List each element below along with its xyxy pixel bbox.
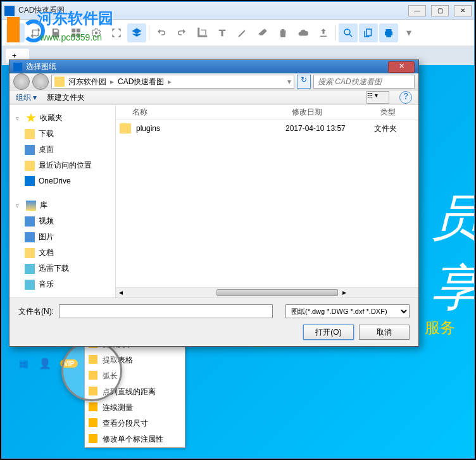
dialog-titlebar: 选择图纸 ✕: [9, 60, 418, 73]
col-date[interactable]: 修改日期: [285, 107, 374, 118]
minimize-button[interactable]: —: [408, 5, 426, 16]
toolbar-separator: [149, 25, 149, 40]
video-icon: [25, 216, 35, 227]
measure-icon: [89, 402, 97, 411]
sidebar-item-desktop[interactable]: 桌面: [9, 142, 115, 158]
library-icon: [26, 201, 36, 211]
download-icon: [25, 264, 35, 274]
sidebar-item-onedrive[interactable]: OneDrive: [9, 173, 115, 189]
refresh-button[interactable]: ↻: [297, 75, 311, 89]
recent-icon: [25, 161, 35, 171]
crop-icon[interactable]: [192, 23, 211, 42]
redo-icon[interactable]: [172, 23, 191, 42]
sidebar-item-documents[interactable]: 文档: [9, 245, 115, 261]
user-icon[interactable]: 👤: [39, 357, 51, 370]
filename-label: 文件名(N):: [18, 306, 54, 317]
maximize-button[interactable]: ▢: [431, 5, 449, 16]
text-icon[interactable]: [213, 23, 232, 42]
breadcrumb[interactable]: 河东软件园 ▸ CAD快速看图 ▸ ▾: [51, 75, 294, 89]
document-icon: [25, 248, 35, 258]
search-icon[interactable]: [339, 23, 358, 42]
filetype-select[interactable]: 图纸(*.dwg *.DWG *.dxf *.DXF): [285, 304, 410, 318]
scroll-left-icon[interactable]: ◂: [116, 288, 126, 297]
app-icon: [4, 6, 15, 16]
cloud-icon[interactable]: [294, 23, 313, 42]
desktop-icon: [25, 145, 35, 155]
search-input[interactable]: [313, 75, 415, 89]
forward-button[interactable]: [32, 73, 49, 90]
col-type[interactable]: 类型: [374, 107, 418, 118]
sidebar-item-xunlei[interactable]: 迅雷下载: [9, 261, 115, 277]
open-button[interactable]: 打开(O): [303, 325, 354, 340]
dialog-body: ▿收藏夹 下载 桌面 最近访问的位置 OneDrive ▿库 视频 图片 文档 …: [9, 105, 418, 297]
copy-icon[interactable]: [359, 23, 378, 42]
chevron-down-icon[interactable]: ▾: [287, 77, 291, 86]
picture-icon: [25, 232, 35, 242]
music-icon: [25, 280, 35, 290]
back-button[interactable]: [13, 73, 30, 90]
watermark-logo-icon: [7, 17, 37, 47]
menu-item-continuous[interactable]: 连续测量: [85, 400, 185, 416]
layers-icon[interactable]: [127, 23, 146, 42]
pen-icon[interactable]: [233, 23, 252, 42]
dialog-close-button[interactable]: ✕: [388, 61, 415, 73]
help-button[interactable]: ?: [399, 91, 412, 104]
star-icon: [26, 113, 36, 123]
col-name[interactable]: 名称: [116, 107, 285, 118]
file-list: 名称 修改日期 类型 plugins 2017-04-10 13:57 文件夹 …: [116, 105, 418, 297]
row-name: plugins: [136, 124, 285, 133]
dialog-sidebar: ▿收藏夹 下载 桌面 最近访问的位置 OneDrive ▿库 视频 图片 文档 …: [9, 105, 116, 297]
promo-text-2: 享: [431, 255, 474, 321]
window-controls: — ▢ ✕: [408, 5, 472, 16]
new-folder-button[interactable]: 新建文件夹: [47, 92, 85, 103]
menu-item-segment[interactable]: 查看分段尺寸: [85, 416, 185, 432]
sidebar-favorites[interactable]: ▿收藏夹: [9, 110, 115, 126]
filename-input[interactable]: [59, 304, 273, 318]
undo-icon[interactable]: [152, 23, 171, 42]
dialog-toolbar: 组织 ▾ 新建文件夹 ☷ ▾ ?: [9, 90, 418, 105]
svg-point-1: [344, 29, 350, 35]
sidebar-item-music[interactable]: 音乐: [9, 277, 115, 292]
segment-icon: [89, 418, 97, 427]
breadcrumb-seg[interactable]: CAD快速看图: [114, 77, 168, 87]
dialog-icon: [13, 63, 22, 71]
magnifier-lens: [61, 340, 122, 401]
print-icon[interactable]: [379, 23, 398, 42]
onedrive-icon: [25, 176, 35, 186]
horizontal-scrollbar[interactable]: ◂▸: [116, 287, 418, 297]
cancel-button[interactable]: 取消: [359, 325, 410, 340]
dialog-footer: 文件名(N): 图纸(*.dwg *.DWG *.dxf *.DXF) 打开(O…: [9, 297, 418, 346]
sidebar-item-recent[interactable]: 最近访问的位置: [9, 158, 115, 173]
upload-icon[interactable]: [314, 23, 333, 42]
sidebar-item-downloads[interactable]: 下载: [9, 126, 115, 142]
toolbar-separator: [335, 25, 336, 40]
dialog-title: 选择图纸: [26, 61, 388, 72]
row-date: 2017-04-10 13:57: [285, 124, 374, 133]
scrollbar-thumb[interactable]: [216, 289, 337, 296]
folder-icon: [120, 123, 131, 134]
watermark-text: 河东软件园: [37, 8, 113, 28]
chevron-right-icon: ▸: [168, 77, 172, 86]
organize-menu[interactable]: 组织 ▾: [16, 92, 37, 103]
sidebar-item-pictures[interactable]: 图片: [9, 229, 115, 245]
folder-icon: [54, 77, 65, 87]
folder-icon: [25, 129, 35, 139]
scroll-right-icon[interactable]: ▸: [339, 288, 349, 297]
dropdown-icon[interactable]: ▾: [399, 23, 418, 42]
dialog-nav-bar: 河东软件园 ▸ CAD快速看图 ▸ ▾ ↻: [9, 73, 418, 90]
file-open-dialog: 选择图纸 ✕ 河东软件园 ▸ CAD快速看图 ▸ ▾ ↻ 组织 ▾ 新建文件夹 …: [9, 59, 419, 347]
close-button[interactable]: ✕: [454, 5, 472, 16]
label-icon: [89, 434, 97, 443]
trash-icon[interactable]: [273, 23, 292, 42]
list-row[interactable]: plugins 2017-04-10 13:57 文件夹: [116, 120, 418, 137]
sidebar-library[interactable]: ▿库: [9, 197, 115, 213]
view-mode-button[interactable]: ☷ ▾: [366, 91, 389, 104]
list-body[interactable]: plugins 2017-04-10 13:57 文件夹: [116, 120, 418, 287]
calendar-icon[interactable]: ▦: [17, 357, 30, 370]
menu-item-modify-label[interactable]: 修改单个标注属性: [85, 432, 185, 447]
row-type: 文件夹: [374, 123, 418, 134]
promo-text-1: 员: [431, 185, 474, 252]
eraser-icon[interactable]: [253, 23, 272, 42]
breadcrumb-seg[interactable]: 河东软件园: [65, 77, 110, 87]
sidebar-item-video[interactable]: 视频: [9, 213, 115, 229]
